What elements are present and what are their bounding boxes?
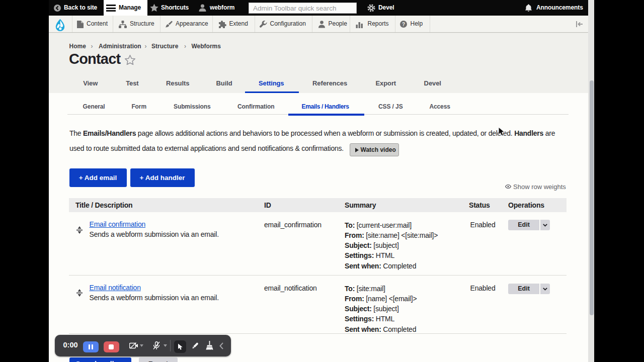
svg-text:?: ?	[402, 22, 405, 27]
